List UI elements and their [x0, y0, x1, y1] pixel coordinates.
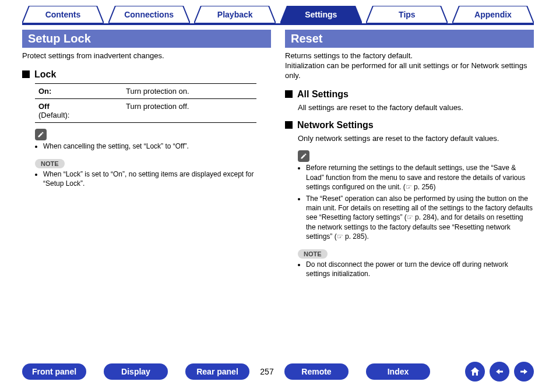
desc-network-settings: Only network settings are reset to the f… — [298, 134, 534, 144]
next-page-icon[interactable] — [514, 362, 534, 382]
tab-appendix[interactable]: Appendix — [452, 6, 534, 23]
tip-list-left: When cancelling the setting, set “Lock” … — [35, 142, 271, 151]
prev-page-icon[interactable] — [490, 362, 509, 382]
intro-reset: Returns settings to the factory default.… — [285, 51, 534, 81]
desc-all-settings: All settings are reset to the factory de… — [298, 103, 534, 113]
tab-playback[interactable]: Playback — [194, 6, 276, 23]
note-item: When “Lock” is set to “On”, no setting i… — [43, 169, 271, 188]
tip-item: Before returning the settings to the def… — [306, 163, 534, 192]
subheading-network-settings: Network Settings — [285, 120, 534, 130]
note-list-left: When “Lock” is set to “On”, no setting i… — [35, 169, 271, 188]
subheading-all-settings: All Settings — [285, 89, 534, 100]
link-display[interactable]: Display — [104, 363, 168, 380]
section-title-setup-lock: Setup Lock — [22, 30, 271, 48]
tab-contents[interactable]: Contents — [22, 6, 104, 23]
column-setup-lock: Setup Lock Protect settings from inadver… — [22, 30, 271, 284]
note-list-right: Do not disconnect the power or turn the … — [298, 260, 534, 278]
home-icon[interactable] — [465, 362, 485, 382]
column-reset: Reset Returns settings to the factory de… — [285, 30, 534, 284]
option-off: Off(Default): Turn protection off. — [35, 99, 256, 123]
tab-settings[interactable]: Settings — [280, 6, 362, 23]
pencil-icon — [298, 150, 309, 162]
note-item: Do not disconnect the power or turn the … — [306, 260, 534, 278]
link-remote[interactable]: Remote — [284, 363, 349, 380]
note-badge: NOTE — [35, 159, 65, 168]
subheading-lock: Lock — [22, 69, 271, 80]
tip-item: The “Reset” operation can also be perfor… — [306, 194, 534, 241]
note-badge: NOTE — [298, 249, 328, 259]
link-index[interactable]: Index — [366, 363, 430, 380]
tip-item: When cancelling the setting, set “Lock” … — [43, 142, 271, 151]
link-rear-panel[interactable]: Rear panel — [185, 363, 249, 380]
section-title-reset: Reset — [285, 30, 534, 48]
option-on: On: Turn protection on. — [35, 84, 256, 99]
lock-options-table: On: Turn protection on. Off(Default): Tu… — [35, 83, 256, 123]
tip-list-right: Before returning the settings to the def… — [298, 163, 534, 241]
pencil-icon — [35, 129, 47, 140]
bottom-bar: Front panel Display Rear panel 257 Remot… — [22, 362, 534, 382]
tab-connections[interactable]: Connections — [108, 6, 190, 23]
intro-setup-lock: Protect settings from inadvertent change… — [22, 51, 271, 61]
link-front-panel[interactable]: Front panel — [22, 363, 86, 380]
top-tabs: Contents Connections Playback Settings T… — [22, 6, 534, 25]
page-number: 257 — [249, 367, 284, 376]
tab-tips[interactable]: Tips — [366, 6, 448, 23]
